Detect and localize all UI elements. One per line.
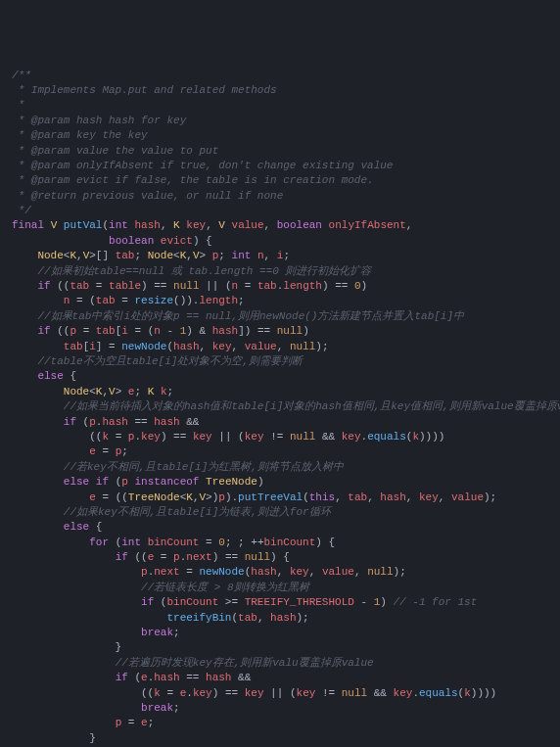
- code-line: else if (p instanceof TreeNode): [12, 475, 548, 490]
- code-line: if (e.hash == hash &&: [12, 671, 548, 685]
- code-line: boolean evict) {: [12, 234, 548, 249]
- code-line: //如果当前待插入对象的hash值和table[i]对象的hash值相同,且ke…: [12, 399, 548, 414]
- code-line: treeifyBin(tab, hash);: [12, 611, 548, 626]
- code-line: Node<K,V> e; K k;: [12, 385, 548, 399]
- code-line: }: [12, 731, 548, 746]
- code-line: //若链表长度 > 8则转换为红黑树: [12, 581, 548, 595]
- code-line: if ((tab = table) == null || (n = tab.le…: [12, 279, 548, 294]
- code-line: /**: [12, 69, 548, 83]
- code-line: if (p.hash == hash &&: [12, 415, 548, 430]
- code-line: e = p;: [12, 444, 548, 459]
- code-line: //table不为空且table[i]处对象不为空,则需要判断: [12, 354, 548, 369]
- code-line: if ((p = tab[i = (n - 1) & hash]) == nul…: [12, 324, 548, 339]
- code-line: break;: [12, 701, 548, 716]
- code-line: ((k = e.key) == key || (key != null && k…: [12, 686, 548, 701]
- code-line: //如果tab中索引i处的对象p == null,则用newNode()方法新建…: [12, 309, 548, 324]
- code-line: break;: [12, 626, 548, 640]
- code-line: tab[i] = newNode(hash, key, value, null)…: [12, 340, 548, 354]
- code-line: ((k = p.key) == key || (key != null && k…: [12, 430, 548, 444]
- code-line: //如果初始table==null 或 tab.length ==0 则进行初始…: [12, 264, 548, 279]
- code-line: //若遍历时发现key存在,则用新valu覆盖掉原value: [12, 656, 548, 671]
- code-line: *: [12, 98, 548, 113]
- code-line: else {: [12, 369, 548, 384]
- code-line: if (binCount >= TREEIFY_THRESHOLD - 1) /…: [12, 595, 548, 610]
- code-line: */: [12, 204, 548, 218]
- code-line: }: [12, 640, 548, 655]
- code-line: * @param onlyIfAbsent if true, don't cha…: [12, 159, 548, 173]
- code-line: n = (tab = resize()).length;: [12, 294, 548, 308]
- code-line: else {: [12, 520, 548, 535]
- code-line: * Implements Map.put and related methods: [12, 83, 548, 98]
- code-editor: /** * Implements Map.put and related met…: [12, 69, 548, 747]
- code-line: * @return previous value, or null if non…: [12, 189, 548, 204]
- code-line: e = ((TreeNode<K,V>)p).putTreeVal(this, …: [12, 490, 548, 505]
- code-line: * @param value the value to put: [12, 144, 548, 159]
- code-line: //若key不相同,且table[i]为红黑树,则将节点放入树中: [12, 460, 548, 475]
- code-line: * @param key the key: [12, 128, 548, 143]
- code-line: * @param evict if false, the table is in…: [12, 173, 548, 188]
- code-line: Node<K,V>[] tab; Node<K,V> p; int n, i;: [12, 249, 548, 263]
- code-line: * @param hash hash for key: [12, 114, 548, 128]
- code-line: if ((e = p.next) == null) {: [12, 550, 548, 565]
- code-line: for (int binCount = 0; ; ++binCount) {: [12, 536, 548, 550]
- code-line: p.next = newNode(hash, key, value, null)…: [12, 565, 548, 580]
- code-line: p = e;: [12, 716, 548, 730]
- code-line: final V putVal(int hash, K key, V value,…: [12, 218, 548, 233]
- code-line: //如果key不相同,且table[i]为链表,则进入for循环: [12, 505, 548, 520]
